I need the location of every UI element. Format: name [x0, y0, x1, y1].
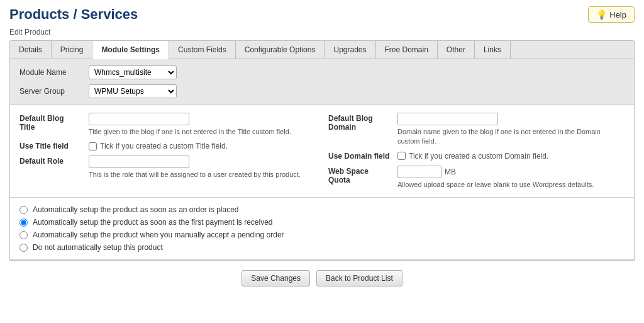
radio-option-0: Automatically setup the product as soon … [19, 205, 625, 214]
mb-label: MB [445, 167, 456, 176]
use-domain-field-content: Tick if you created a custom Domain fiel… [397, 152, 625, 161]
tab-details[interactable]: Details [10, 41, 52, 59]
default-blog-title-input[interactable] [89, 113, 189, 125]
edit-product-label: Edit Product [9, 28, 635, 37]
use-domain-field-checkbox[interactable] [397, 152, 406, 160]
radio-option-2: Automatically setup the product when you… [19, 230, 625, 239]
radio-label-2: Automatically setup the product when you… [33, 230, 284, 239]
default-blog-domain-desc: Domain name given to the blog if one is … [397, 127, 625, 147]
use-title-field-desc: Tick if you created a custom Title field… [100, 142, 228, 150]
web-space-quota-input[interactable] [397, 166, 441, 178]
default-blog-title-content: Title given to the blog if one is not en… [89, 113, 316, 137]
help-button[interactable]: 💡 Help [588, 6, 635, 23]
page-wrapper: Products / Services 💡 Help Edit Product … [0, 0, 644, 323]
module-name-row: Module Name Whmcs_multisite [19, 65, 625, 79]
default-role-label: Default Role [19, 156, 82, 166]
help-icon: 💡 [596, 9, 607, 20]
server-group-row: Server Group WPMU Setups [19, 84, 625, 98]
default-blog-domain-input[interactable] [397, 113, 498, 125]
default-blog-title-desc: Title given to the blog if one is not en… [89, 127, 316, 137]
use-domain-field-row: Use Domain field Tick if you created a c… [328, 152, 625, 161]
tab-other[interactable]: Other [438, 41, 475, 59]
tab-module-settings[interactable]: Module Settings [92, 41, 169, 59]
page-header: Products / Services 💡 Help [9, 6, 635, 23]
footer-buttons: Save Changes Back to Product List [9, 261, 635, 290]
module-name-label: Module Name [19, 68, 89, 77]
tab-upgrades[interactable]: Upgrades [325, 41, 375, 59]
use-title-field-checkbox[interactable] [89, 142, 97, 150]
main-content: Module Name Whmcs_multisite Server Group… [9, 59, 635, 261]
tab-configurable-options[interactable]: Configurable Options [236, 41, 325, 59]
server-group-select[interactable]: WPMU Setups [89, 84, 177, 98]
radio-input-3[interactable] [19, 244, 28, 252]
radio-input-0[interactable] [19, 206, 28, 214]
web-space-quota-row: Web Space Quota MB Allowed upload space … [328, 166, 625, 190]
radio-input-1[interactable] [19, 218, 28, 227]
web-space-quota-content: MB Allowed upload space or leave blank t… [397, 166, 625, 190]
default-role-desc: This is the role that will be assigned t… [89, 170, 316, 179]
save-changes-button[interactable]: Save Changes [242, 270, 310, 286]
default-blog-title-row: Default BlogTitle Title given to the blo… [19, 113, 316, 137]
radio-section: Automatically setup the product as soon … [10, 198, 634, 260]
use-title-field-label: Use Title field [19, 142, 82, 150]
radio-option-3: Do not automatically setup this product [19, 243, 625, 252]
tabs-bar: DetailsPricingModule SettingsCustom Fiel… [9, 40, 635, 59]
help-button-label: Help [609, 10, 626, 20]
radio-label-1: Automatically setup the product as soon … [33, 218, 273, 227]
page-title: Products / Services [9, 6, 138, 23]
right-column: Default BlogDomain Domain name given to … [328, 113, 625, 190]
use-title-field-row: Use Title field Tick if you created a cu… [19, 142, 316, 150]
radio-label-3: Do not automatically setup this product [33, 243, 163, 252]
fields-section: Default BlogTitle Title given to the blo… [10, 105, 634, 198]
web-space-quota-desc: Allowed upload space or leave blank to u… [397, 180, 625, 190]
default-role-input[interactable] [89, 156, 189, 168]
web-space-quota-label: Web Space Quota [328, 166, 391, 184]
default-blog-domain-content: Domain name given to the blog if one is … [397, 113, 625, 147]
default-blog-domain-label: Default BlogDomain [328, 113, 391, 132]
use-title-field-content: Tick if you created a custom Title field… [89, 142, 316, 150]
default-role-content: This is the role that will be assigned t… [89, 156, 316, 179]
radio-label-0: Automatically setup the product as soon … [33, 205, 239, 214]
tab-links[interactable]: Links [475, 41, 511, 59]
use-domain-field-label: Use Domain field [328, 152, 391, 161]
tab-free-domain[interactable]: Free Domain [376, 41, 438, 59]
tab-custom-fields[interactable]: Custom Fields [169, 41, 236, 59]
back-to-product-list-button[interactable]: Back to Product List [316, 270, 402, 286]
radio-input-2[interactable] [19, 231, 28, 239]
left-column: Default BlogTitle Title given to the blo… [19, 113, 316, 190]
mb-row: MB [397, 166, 625, 178]
radio-option-1: Automatically setup the product as soon … [19, 218, 625, 227]
module-settings-section: Module Name Whmcs_multisite Server Group… [10, 59, 634, 105]
default-role-row: Default Role This is the role that will … [19, 156, 316, 179]
use-domain-field-desc: Tick if you created a custom Domain fiel… [409, 152, 548, 161]
tab-pricing[interactable]: Pricing [52, 41, 93, 59]
default-blog-domain-row: Default BlogDomain Domain name given to … [328, 113, 625, 147]
default-blog-title-label: Default BlogTitle [19, 113, 82, 132]
server-group-label: Server Group [19, 87, 89, 96]
fields-grid: Default BlogTitle Title given to the blo… [19, 113, 625, 190]
module-name-select[interactable]: Whmcs_multisite [89, 65, 177, 79]
